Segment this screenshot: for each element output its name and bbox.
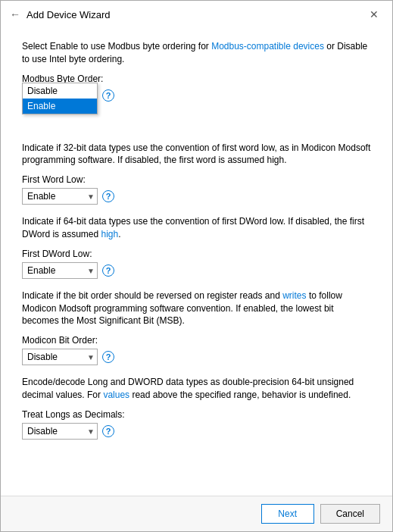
dropdown-option-disable[interactable]: Disable [23,83,97,99]
wizard-footer: Next Cancel [1,496,392,531]
window-title: Add Device Wizard [27,9,111,20]
first-dword-low-label: First DWord Low: [22,249,371,259]
back-button[interactable]: ← [10,8,20,20]
modicon-bit-order-label: Modicon Bit Order: [22,335,371,346]
modicon-bit-order-select[interactable]: Disable Enable [22,349,98,365]
first-dword-low-select-wrapper: Enable Disable ▼ [22,262,98,279]
modicon-bit-order-section: Indicate if the bit order should be reve… [22,289,371,365]
first-word-low-help-icon[interactable]: ? [102,190,114,202]
next-button[interactable]: Next [261,504,314,524]
cancel-button[interactable]: Cancel [320,504,380,524]
treat-longs-description: Encode/decode Long and DWORD data types … [22,376,371,402]
treat-longs-select-wrapper: Disable Enable ▼ [22,423,98,440]
treat-longs-select[interactable]: Disable Enable [22,423,98,440]
first-word-low-select[interactable]: Enable Disable [22,188,98,205]
modbus-byte-order-help-icon[interactable]: ? [102,89,114,102]
dropdown-option-enable[interactable]: Enable [23,99,97,114]
modbus-byte-order-description: Select Enable to use Modbus byte orderin… [22,40,371,66]
treat-longs-row: Disable Enable ▼ ? [22,423,371,440]
wizard-window: ← Add Device Wizard ✕ Select Enable to u… [0,0,393,532]
treat-longs-help-icon[interactable]: ? [102,425,114,437]
modicon-bit-order-description: Indicate if the bit order should be reve… [22,289,371,327]
modicon-bit-order-help-icon[interactable]: ? [102,351,114,363]
first-dword-low-row: Enable Disable ▼ ? [22,262,371,279]
first-word-low-row: Enable Disable ▼ ? [22,188,371,205]
first-word-low-description: Indicate if 32-bit data types use the co… [22,142,371,167]
first-dword-low-section: Indicate if 64-bit data types use the co… [22,215,371,279]
treat-longs-section: Encode/decode Long and DWORD data types … [22,376,371,440]
modicon-bit-order-row: Disable Enable ▼ ? [22,349,371,365]
first-word-low-section: Indicate if 32-bit data types use the co… [22,142,371,205]
first-word-low-label: First Word Low: [22,174,371,185]
close-button[interactable]: ✕ [365,7,383,22]
wizard-content: Select Enable to use Modbus byte orderin… [1,28,392,496]
modbus-byte-order-dropdown: Disable Enable [22,83,98,114]
first-dword-low-help-icon[interactable]: ? [102,264,114,277]
treat-longs-label: Treat Longs as Decimals: [22,409,371,420]
first-word-low-select-wrapper: Enable Disable ▼ [22,188,98,205]
first-dword-low-description: Indicate if 64-bit data types use the co… [22,215,371,241]
modbus-byte-order-section: Select Enable to use Modbus byte orderin… [22,40,371,104]
modicon-bit-order-select-wrapper: Disable Enable ▼ [22,349,98,365]
first-dword-low-select[interactable]: Enable Disable [22,262,98,279]
title-bar: ← Add Device Wizard ✕ [1,1,392,28]
